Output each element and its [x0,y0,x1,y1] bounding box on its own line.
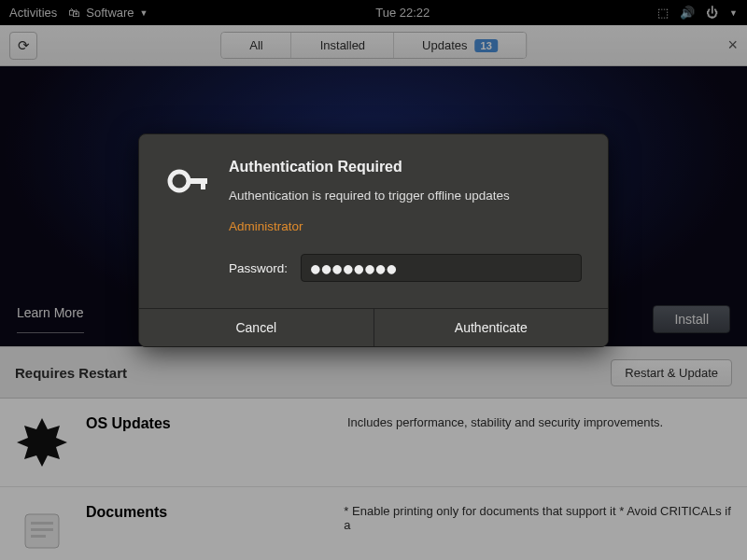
dialog-title: Authentication Required [229,159,582,175]
svg-rect-7 [201,178,205,189]
auth-user: Administrator [229,219,582,233]
dialog-actions: Cancel Authenticate [139,308,608,346]
auth-dialog: Authentication Required Authentication i… [138,133,609,347]
password-label: Password: [229,261,288,275]
password-input[interactable] [301,254,582,282]
authenticate-button[interactable]: Authenticate [374,309,609,346]
key-icon [165,159,210,282]
svg-point-5 [170,172,189,190]
cancel-button[interactable]: Cancel [139,309,374,346]
dialog-message: Authentication is required to trigger of… [229,189,582,203]
